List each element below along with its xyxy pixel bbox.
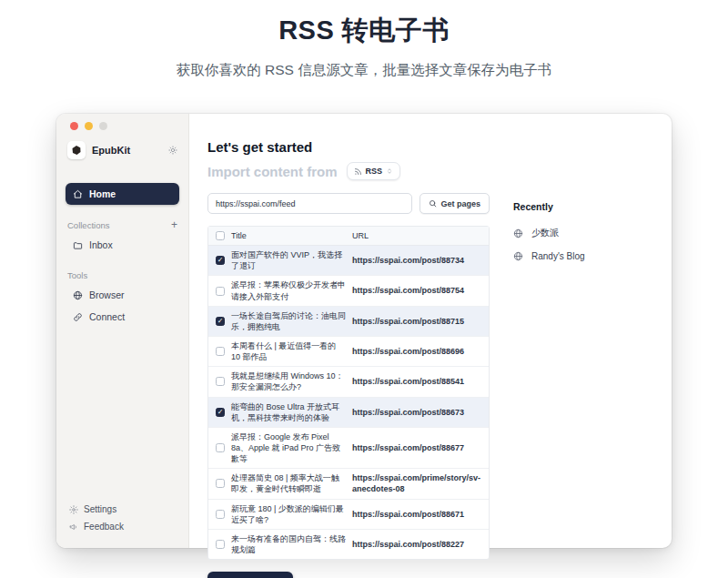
table-row[interactable]: ✓能弯曲的 Bose Ultra 开放式耳机，黑科技带来时尚的体验https:/… — [208, 398, 489, 428]
page-title: RSS 转电子书 — [0, 13, 728, 49]
main-subheading: Import content from — [207, 164, 338, 179]
brand-name: EpubKit — [92, 145, 162, 156]
tools-label: Tools — [67, 270, 177, 280]
add-collection-button[interactable]: + — [171, 219, 177, 230]
row-title: 派早报：苹果称仅极少开发者申请接入外部支付 — [231, 279, 346, 301]
get-pages-button[interactable]: Get pages — [420, 193, 490, 214]
minimize-window-button[interactable] — [85, 122, 93, 130]
row-checkbox[interactable] — [216, 443, 225, 452]
zoom-window-button[interactable] — [99, 122, 107, 130]
app-window: EpubKit Home Collections + Inbox Tools — [56, 114, 672, 548]
row-checkbox[interactable]: ✓ — [216, 256, 225, 265]
sidebar-item-settings[interactable]: Settings — [56, 501, 188, 518]
table-row[interactable]: 处理器简史 08 | 频率大战一触即发，黄金时代转瞬即逝https://sspa… — [208, 469, 489, 499]
table-row[interactable]: 派早报：苹果称仅极少开发者申请接入外部支付https://sspai.com/p… — [208, 276, 489, 306]
row-url: https://sspai.com/post/88696 — [352, 346, 481, 357]
row-checkbox[interactable] — [216, 479, 225, 488]
rss-icon — [354, 167, 362, 176]
row-url: https://sspai.com/post/88541 — [352, 376, 481, 387]
globe-icon — [513, 228, 523, 238]
row-checkbox[interactable] — [216, 287, 225, 296]
row-url: https://sspai.com/post/88715 — [352, 316, 481, 327]
home-icon — [73, 189, 83, 199]
table-body: ✓面对国产软件的 VVIP，我选择了退订https://sspai.com/po… — [208, 246, 489, 559]
table-row[interactable]: 新玩意 180 | 少数派的编辑们最近买了啥?https://sspai.com… — [208, 500, 489, 530]
table-row[interactable]: 我就是想继续用 Windows 10：那安全漏洞怎么办?https://sspa… — [208, 367, 489, 397]
feed-url-row: Get pages — [207, 193, 490, 214]
column-header-title: Title — [231, 230, 346, 241]
row-title: 本周看什么 | 最近值得一看的 10 部作品 — [231, 340, 346, 362]
sidebar-item-inbox[interactable]: Inbox — [66, 234, 179, 256]
main-heading: Let's get started — [207, 139, 657, 155]
table-header-row: Title URL — [208, 227, 489, 246]
table-row[interactable]: 派早报：Google 发布 Pixel 8a、Apple 就 iPad Pro … — [208, 428, 489, 469]
recently-list: 少数派 Randy's Blog — [513, 227, 657, 261]
get-pages-label: Get pages — [440, 199, 480, 208]
recently-item-label: Randy's Blog — [531, 251, 585, 261]
feed-articles-table: Title URL ✓面对国产软件的 VVIP，我选择了退订https://ss… — [207, 226, 490, 560]
sidebar-item-browser[interactable]: Browser — [66, 284, 179, 306]
table-row[interactable]: ✓面对国产软件的 VVIP，我选择了退订https://sspai.com/po… — [208, 246, 489, 276]
row-title: 派早报：Google 发布 Pixel 8a、Apple 就 iPad Pro … — [231, 431, 346, 464]
theme-toggle-icon[interactable] — [168, 146, 177, 155]
collections-label: Collections — [67, 220, 171, 230]
select-all-checkbox[interactable] — [216, 231, 225, 240]
recently-heading: Recently — [513, 201, 657, 212]
globe-icon — [513, 251, 523, 261]
table-row[interactable]: ✓一场长途自驾后的讨论：油电同乐，拥抱纯电https://sspai.com/p… — [208, 307, 489, 337]
import-pages-button[interactable]: Import 3 pages — [207, 572, 293, 578]
row-title: 能弯曲的 Bose Ultra 开放式耳机，黑科技带来时尚的体验 — [231, 401, 346, 423]
recently-item[interactable]: 少数派 — [513, 227, 657, 239]
row-checkbox[interactable]: ✓ — [216, 317, 225, 326]
sidebar-item-connect[interactable]: Connect — [66, 306, 179, 328]
row-url: https://sspai.com/prime/story/sv-anecdot… — [352, 472, 481, 494]
sidebar-item-label: Settings — [84, 504, 116, 514]
table-row[interactable]: 本周看什么 | 最近值得一看的 10 部作品https://sspai.com/… — [208, 337, 489, 367]
sidebar-item-feedback[interactable]: Feedback — [56, 518, 188, 535]
collections-section: Collections + — [67, 219, 177, 230]
row-checkbox[interactable] — [216, 347, 225, 356]
row-url: https://sspai.com/post/88677 — [352, 442, 481, 453]
sidebar-item-label: Connect — [89, 311, 125, 322]
source-selector[interactable]: RSS — [347, 162, 401, 180]
row-checkbox[interactable]: ✓ — [216, 408, 225, 417]
row-url: https://sspai.com/post/88754 — [352, 285, 481, 296]
recently-panel: Recently 少数派 Randy's Blog — [490, 193, 657, 578]
row-title: 处理器简史 08 | 频率大战一触即发，黄金时代转瞬即逝 — [231, 472, 346, 494]
import-column: Get pages Title URL ✓面对国产软件的 VVIP，我选择了退订… — [207, 193, 490, 578]
row-url: https://sspai.com/post/88734 — [352, 255, 481, 266]
search-icon — [429, 199, 437, 208]
app-logo-icon — [67, 141, 86, 159]
row-checkbox[interactable] — [216, 510, 225, 519]
row-title: 我就是想继续用 Windows 10：那安全漏洞怎么办? — [231, 370, 346, 392]
page-header: RSS 转电子书 获取你喜欢的 RSS 信息源文章，批量选择文章保存为电子书 — [0, 0, 728, 80]
import-source-row: Import content from RSS — [207, 162, 657, 180]
megaphone-icon — [69, 522, 78, 532]
source-selector-value: RSS — [366, 167, 383, 176]
sidebar-item-label: Browser — [89, 289, 125, 300]
feed-url-input[interactable] — [207, 193, 412, 214]
gear-icon — [69, 505, 78, 514]
row-url: https://sspai.com/post/88671 — [352, 509, 481, 520]
row-url: https://sspai.com/post/88673 — [352, 407, 481, 418]
tools-section: Tools — [67, 270, 177, 280]
recently-item[interactable]: Randy's Blog — [513, 251, 657, 261]
page-subtitle: 获取你喜欢的 RSS 信息源文章，批量选择文章保存为电子书 — [0, 61, 728, 80]
row-checkbox[interactable] — [216, 540, 225, 549]
close-window-button[interactable] — [70, 122, 78, 130]
row-title: 面对国产软件的 VVIP，我选择了退订 — [231, 249, 346, 271]
sidebar: EpubKit Home Collections + Inbox Tools — [56, 114, 189, 548]
table-row[interactable]: 来一场有准备的国内自驾：线路规划篇https://sspai.com/post/… — [208, 530, 489, 559]
folder-icon — [73, 240, 83, 250]
window-controls — [70, 122, 107, 130]
main-panel: Let's get started Import content from RS… — [189, 114, 672, 548]
link-icon — [73, 312, 83, 322]
row-checkbox[interactable] — [216, 377, 225, 386]
row-title: 来一场有准备的国内自驾：线路规划篇 — [231, 533, 346, 555]
column-header-url: URL — [352, 230, 481, 241]
row-title: 新玩意 180 | 少数派的编辑们最近买了啥? — [231, 503, 346, 525]
row-title: 一场长途自驾后的讨论：油电同乐，拥抱纯电 — [231, 310, 346, 332]
brand: EpubKit — [67, 141, 177, 159]
sidebar-item-label: Feedback — [84, 522, 124, 532]
sidebar-item-home[interactable]: Home — [66, 183, 179, 205]
